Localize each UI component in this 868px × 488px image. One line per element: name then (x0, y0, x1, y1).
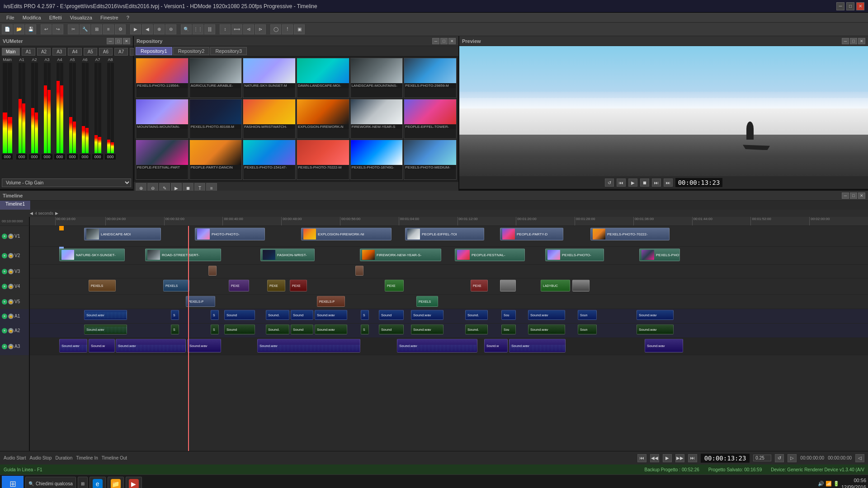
repo-close[interactable]: ✕ (448, 38, 456, 44)
a2-clip-9[interactable]: Sound (379, 324, 404, 334)
a3-clip-3[interactable]: Sound.wav (116, 339, 186, 352)
a3-lock-icon[interactable]: 🔒 (8, 344, 14, 349)
a3-clip-1[interactable]: Sound.wav (59, 339, 87, 352)
tl-prev2-btn[interactable]: ◀◀ (650, 454, 659, 462)
a2-power-icon[interactable]: ● (2, 328, 7, 333)
start-button[interactable]: ⊞ (2, 476, 24, 488)
tool-8[interactable]: ⊕ (154, 24, 165, 34)
tool-6[interactable]: ▶ (130, 24, 141, 34)
search-bar[interactable]: 🔍 Chiedimi qualcosa (25, 477, 76, 488)
v4-power-icon[interactable]: ● (2, 284, 7, 289)
a2-clip-10[interactable]: Sound.wav (411, 324, 443, 334)
menu-help[interactable]: ? (123, 14, 133, 21)
v5-lock-icon[interactable]: 🔒 (8, 299, 14, 305)
repo-item-9[interactable]: EXPLOSION-FIREWORK-N (297, 99, 349, 139)
open-btn[interactable]: 📂 (14, 24, 24, 34)
tl-next2-btn[interactable]: ⏭ (688, 454, 697, 462)
maximize-button[interactable]: □ (846, 2, 854, 10)
a1-clip-10[interactable]: Sound.wav (411, 310, 443, 320)
tool-14[interactable]: ⟺ (231, 24, 242, 34)
v3-clip-1[interactable] (208, 266, 217, 276)
a3-clip-6[interactable]: Sound.wav (397, 339, 477, 352)
a3-clip-8[interactable]: Sound.wav (509, 339, 566, 352)
tl-play-btn[interactable]: ▶ (663, 454, 672, 462)
a1-clip-5[interactable]: Sound. (266, 310, 289, 320)
v1-clip-2[interactable]: PHOTO-PHOTO- (195, 228, 265, 240)
repo-item-8[interactable]: FASHION-WRISTWATCH- (243, 99, 296, 139)
tl-in-btn[interactable]: ▷ (788, 454, 797, 462)
a3-power-icon[interactable]: ● (2, 344, 7, 349)
repo-tab-3[interactable]: Repository3 (210, 47, 247, 55)
app-button[interactable]: ▶ (126, 477, 142, 488)
repo-item-12[interactable]: PEOPLE-FESTIVAL-PART (136, 140, 189, 180)
menu-file[interactable]: File (3, 14, 18, 21)
v1-clip-5[interactable]: PEOPLE-PARTY-D (500, 228, 563, 240)
v1-clip-1[interactable]: LANDSCAPE-MOI (84, 228, 161, 240)
a1-clip-12[interactable]: Sou (501, 310, 516, 320)
v1-clip-6[interactable]: PEXELS-PHOTO-70222- (590, 228, 670, 240)
v1-power-icon[interactable]: ● (2, 234, 7, 239)
new-btn[interactable]: 📄 (2, 24, 13, 34)
vu-tab-a5[interactable]: A5 (84, 48, 97, 56)
repo-item-7[interactable]: PEXELS-PHOTO-60168-M (189, 99, 242, 139)
v5-clip-2[interactable]: PEXELS-P (317, 296, 345, 307)
v4-lock-icon[interactable]: 🔒 (8, 284, 14, 289)
timeline-tab-1[interactable]: Timeline1 (0, 201, 31, 210)
tl-speed-input[interactable] (753, 455, 771, 461)
v4-clip-4[interactable]: PEXE (267, 280, 285, 291)
scale-left-arrow[interactable]: ◀ (30, 211, 33, 216)
v4-clip-1[interactable]: PEXELS (89, 280, 116, 291)
repo-item-0[interactable]: PEXELS-PHOTO-119564- (136, 58, 189, 98)
a3-clip-2[interactable]: Sound.w (89, 339, 115, 352)
preview-loop-btn[interactable]: ↺ (605, 178, 614, 187)
v1-lock-icon[interactable]: 🔒 (8, 234, 14, 239)
v1-clip-4[interactable]: PEOPLE-EIFFEL-TOI (405, 228, 484, 240)
vu-tab-main[interactable]: Main (2, 48, 20, 56)
vumeter-minimize[interactable]: ─ (107, 38, 114, 44)
menu-finestre[interactable]: Finestre (97, 14, 122, 21)
menu-effetti[interactable]: Effetti (46, 14, 66, 21)
tool-16[interactable]: ⊳ (255, 24, 266, 34)
tool-12[interactable]: ||| (204, 24, 215, 34)
vu-tab-a4[interactable]: A4 (68, 48, 81, 56)
a1-clip-14[interactable]: Soun (578, 310, 597, 320)
a2-clip-15[interactable]: Sound.wav (637, 324, 674, 334)
a2-clip-5[interactable]: Sound. (266, 324, 289, 334)
tool-18[interactable]: ! (282, 24, 293, 34)
v2-clip-6[interactable]: PEXELS-PHOTO- (545, 249, 604, 261)
vu-tab-a2[interactable]: A2 (37, 48, 51, 56)
repo-item-6[interactable]: MOUNTAINS-MOUNTAIN- (136, 99, 189, 139)
a3-clip-5[interactable]: Sound.wav (257, 339, 360, 352)
timeline-close[interactable]: ✕ (858, 192, 865, 199)
tool-10[interactable]: 🔍 (181, 24, 192, 34)
repo-item-4[interactable]: LANDSCAPE-MOUNTAINS- (350, 58, 403, 98)
timeline-maximize[interactable]: □ (850, 192, 857, 199)
repo-maximize[interactable]: □ (440, 38, 448, 44)
repo-tab-2[interactable]: Repository2 (173, 47, 210, 55)
v2-clip-7[interactable]: PEXELS-PHOTO-16- (639, 249, 680, 261)
tracks-container[interactable]: LANDSCAPE-MOI PHOTO-PHOTO- EXPLOSION-FIR… (30, 226, 868, 451)
save-btn[interactable]: 💾 (25, 24, 36, 34)
tl-out-btn[interactable]: ◁ (855, 454, 864, 462)
preview-play-btn[interactable]: ▶ (628, 178, 637, 187)
v4-clip-7[interactable]: PEXE (471, 280, 488, 291)
repo-item-13[interactable]: PEOPLE-PARTY-DANCIN (189, 140, 242, 180)
v5-power-icon[interactable]: ● (2, 299, 7, 305)
a1-clip-1[interactable]: Sound.wav (84, 310, 127, 320)
menu-modifica[interactable]: Modifica (19, 14, 45, 21)
repo-item-17[interactable]: PEXELS-PHOTO-MEDIUM- (404, 140, 457, 180)
v4-clip-8[interactable] (500, 280, 516, 291)
repo-item-3[interactable]: DAWN-LANDSCAPE-MOI- (297, 58, 349, 98)
tool-11[interactable]: ⋮⋮ (193, 24, 203, 34)
tool-19[interactable]: ▣ (294, 24, 305, 34)
tool-9[interactable]: ⊖ (165, 24, 176, 34)
a1-clip-11[interactable]: Sound. (465, 310, 488, 320)
vu-clip-gain-dropdown[interactable]: Volume - Clip Gain (2, 178, 131, 187)
a2-clip-3[interactable]: S (211, 324, 219, 334)
v3-lock-icon[interactable]: 🔒 (8, 269, 14, 274)
preview-prev-btn[interactable]: ⏮ (617, 178, 626, 187)
a2-clip-14[interactable]: Soun (578, 324, 597, 334)
preview-next-btn[interactable]: ⏭ (652, 178, 661, 187)
a2-lock-icon[interactable]: 🔒 (8, 328, 14, 333)
a2-clip-12[interactable]: Sou (501, 324, 516, 334)
